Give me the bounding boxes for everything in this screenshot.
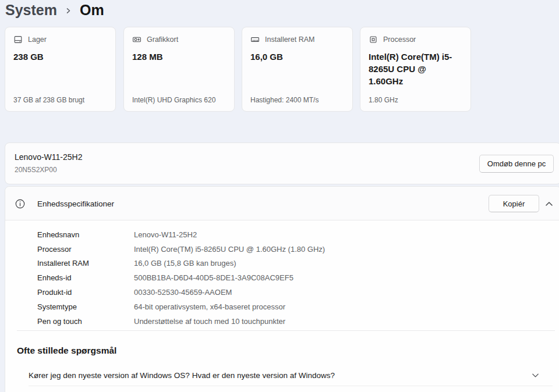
spec-label: Pen og touch — [37, 317, 134, 326]
spec-value: 16,0 GB (15,8 GB kan bruges) — [134, 259, 236, 268]
card-footer: Hastighed: 2400 MT/s — [250, 96, 346, 104]
rename-pc-button[interactable]: Omdøb denne pc — [479, 155, 554, 173]
card-label: Installeret RAM — [265, 35, 314, 44]
spec-value: Intel(R) Core(TM) i5-8265U CPU @ 1.60GHz… — [134, 245, 325, 254]
graphics-card: Grafikkort 128 MB Intel(R) UHD Graphics … — [123, 27, 235, 112]
spec-row: Enhedsnavn Lenovo-W11-25H2 — [37, 227, 549, 242]
spec-value: Understøttelse af touch med 10 touchpunk… — [134, 317, 285, 326]
card-footer: 37 GB af 238 GB brugt — [13, 96, 109, 104]
storage-card: Lager 238 GB 37 GB af 238 GB brugt — [5, 27, 116, 112]
spec-row: Installeret RAM 16,0 GB (15,8 GB kan bru… — [37, 256, 549, 271]
spec-value: 00330-52530-45659-AAOEM — [134, 288, 232, 297]
spec-label: Enhedsnavn — [37, 230, 134, 239]
divider — [29, 386, 553, 386]
card-value: 238 GB — [13, 51, 107, 63]
device-specifications-panel: Enhedsspecifikationer Kopiér Enhedsnavn … — [5, 186, 559, 392]
spec-label: Enheds-id — [37, 273, 134, 282]
ram-icon — [250, 35, 260, 44]
card-value: 16,0 GB — [250, 51, 344, 63]
ram-card: Installeret RAM 16,0 GB Hastighed: 2400 … — [242, 27, 353, 112]
divider — [17, 330, 555, 331]
spec-row: Pen og touch Understøttelse af touch med… — [37, 314, 549, 329]
card-label: Grafikkort — [147, 35, 178, 44]
spec-row: Systemtype 64-bit operativsystem, x64-ba… — [37, 300, 549, 314]
spec-row: Enheds-id 500BB1BA-D6D4-40D5-8DE1-3A9C08… — [37, 270, 549, 285]
spec-label: Installeret RAM — [37, 259, 134, 268]
card-value: 128 MB — [132, 51, 226, 63]
faq-item[interactable]: Kører jeg den nyeste version af Windows … — [29, 366, 547, 384]
faq-question: Kører jeg den nyeste version af Windows … — [29, 371, 531, 380]
spec-row: Produkt-id 00330-52530-45659-AAOEM — [37, 285, 549, 300]
device-model: 20N5S2XP00 — [15, 166, 57, 174]
specs-section-title: Enhedsspecifikationer — [37, 187, 114, 220]
chevron-down-icon[interactable] — [531, 371, 540, 380]
spec-row: Processor Intel(R) Core(TM) i5-8265U CPU… — [37, 242, 549, 256]
spec-value: 64-bit operativsystem, x64-baseret proce… — [134, 302, 285, 311]
faq-section-title: Ofte stillede spørgsmål — [17, 345, 116, 356]
device-specifications-expander-header[interactable]: Enhedsspecifikationer Kopiér — [5, 187, 559, 220]
spec-label: Processor — [37, 245, 134, 254]
device-name-card: Lenovo-W11-25H2 20N5S2XP00 Omdøb denne p… — [5, 142, 559, 184]
processor-card: Processor Intel(R) Core(TM) i5-8265U CPU… — [360, 27, 471, 112]
card-footer: Intel(R) UHD Graphics 620 — [132, 96, 228, 104]
spec-value: 500BB1BA-D6D4-40D5-8DE1-3A9C08AC9EF5 — [134, 273, 293, 282]
card-label: Lager — [28, 35, 47, 44]
page-title: Om — [80, 2, 104, 19]
copy-button[interactable]: Kopiér — [489, 195, 539, 212]
spec-value: Lenovo-W11-25H2 — [134, 230, 197, 239]
breadcrumb: System Om — [5, 0, 104, 20]
info-icon — [15, 199, 25, 209]
cpu-icon — [369, 35, 378, 44]
card-label: Processor — [383, 35, 416, 44]
card-footer: 1.80 GHz — [369, 96, 465, 104]
spec-table: Enhedsnavn Lenovo-W11-25H2 Processor Int… — [37, 227, 549, 329]
chevron-up-icon[interactable] — [544, 199, 554, 209]
chevron-right-icon — [65, 7, 72, 15]
spec-label: Produkt-id — [37, 288, 134, 297]
spec-label: Systemtype — [37, 302, 134, 311]
breadcrumb-system-link[interactable]: System — [5, 2, 57, 19]
gpu-icon — [132, 35, 141, 44]
hard-drive-icon — [13, 35, 23, 44]
card-value: Intel(R) Core(TM) i5-8265U CPU @ 1.60GHz — [369, 51, 462, 87]
device-name: Lenovo-W11-25H2 — [15, 152, 82, 162]
